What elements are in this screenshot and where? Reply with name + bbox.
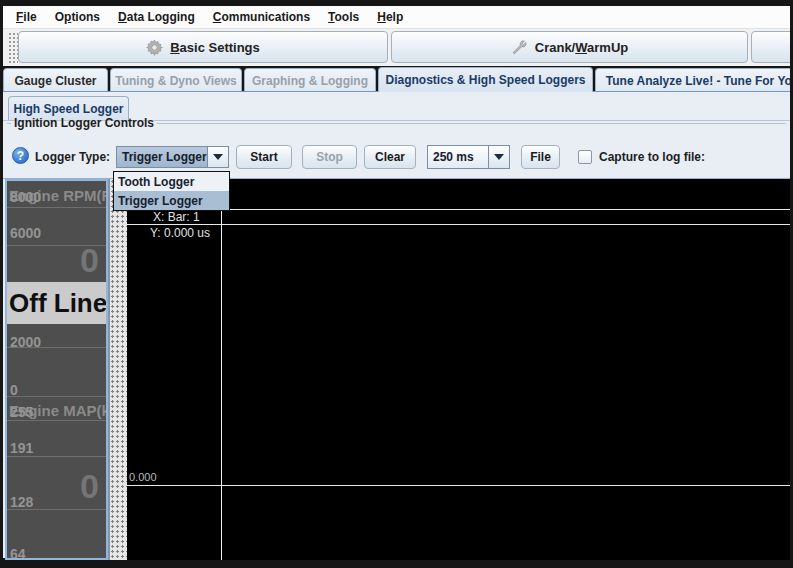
chevron-down-icon (213, 154, 223, 160)
basic-settings-button[interactable]: Basic Settings (18, 31, 388, 63)
start-button[interactable]: Start (236, 145, 292, 169)
interval-dropdown-button[interactable] (489, 145, 510, 169)
map-tick: 64 (10, 546, 26, 560)
toolbar-drag-handle[interactable] (8, 32, 18, 63)
map-tick-line (7, 420, 106, 421)
gauge-sidebar[interactable]: Engine RPM(RPM) 8000 6000 0 4000 Off Lin… (5, 179, 108, 560)
chart-readout-x: X: Bar: 1 (153, 210, 200, 224)
main-tab-bar: Gauge Cluster Tuning & Dyno Views Graphi… (3, 67, 790, 92)
stop-button: Stop (302, 145, 357, 169)
rpm-tick-line (7, 207, 106, 208)
menu-file[interactable]: File (7, 10, 46, 24)
option-trigger-logger[interactable]: Trigger Logger (114, 191, 229, 210)
tab-tuning-dyno-views[interactable]: Tuning & Dyno Views (110, 68, 242, 92)
help-icon[interactable]: ? (12, 147, 29, 164)
tab-tune-analyze-live[interactable]: Tune Analyze Live! - Tune For You (595, 68, 790, 92)
crank-warmup-button[interactable]: Crank/WarmUp (391, 31, 748, 63)
rpm-tick-line (7, 347, 106, 348)
map-tick-line (7, 509, 106, 510)
map-value: 0 (80, 469, 99, 503)
option-tooth-logger[interactable]: Tooth Logger (114, 172, 229, 191)
diagnostics-content: High Speed Logger Ignition Logger Contro… (3, 91, 790, 558)
toolbar-button-partial[interactable] (751, 31, 790, 63)
logger-split-area: Engine RPM(RPM) 8000 6000 0 4000 Off Lin… (3, 178, 790, 559)
toolbar: Basic Settings Crank/WarmUp (3, 29, 790, 66)
interval-value[interactable]: 250 ms (427, 145, 489, 169)
logger-type-value[interactable]: Trigger Logger (116, 146, 208, 168)
menu-tools[interactable]: Tools (319, 10, 368, 24)
chart-cursor-vline (221, 209, 222, 560)
basic-settings-label: Basic Settings (170, 40, 260, 55)
map-tick: 255 (10, 404, 33, 420)
splitter-divider[interactable] (108, 179, 127, 560)
app-window: File Options Data Logging Communications… (0, 0, 793, 568)
chart-header-line (127, 224, 790, 225)
offline-status-badge: Off Line (7, 282, 106, 324)
capture-to-log-checkbox[interactable] (578, 150, 592, 164)
logger-type-dropdown-list: Tooth Logger Trigger Logger (113, 171, 230, 211)
logger-type-combo[interactable]: Trigger Logger (116, 146, 229, 168)
file-button[interactable]: File (521, 145, 560, 169)
rpm-tick: 8000 (10, 189, 41, 205)
menu-help[interactable]: Help (368, 10, 412, 24)
rpm-tick: 6000 (10, 225, 41, 241)
map-tick: 128 (10, 494, 33, 510)
menu-bar: File Options Data Logging Communications… (3, 6, 790, 29)
logger-type-label: Logger Type: (35, 150, 110, 164)
wrench-icon (511, 39, 528, 56)
panel-title: Ignition Logger Controls (11, 116, 157, 130)
crank-warmup-label: Crank/WarmUp (535, 40, 628, 55)
logger-type-dropdown-button[interactable] (208, 146, 229, 168)
map-tick-line (7, 456, 106, 457)
interval-combo[interactable]: 250 ms (427, 145, 510, 169)
gear-icon (146, 39, 163, 56)
map-tick: 191 (10, 440, 33, 456)
menu-options[interactable]: Options (46, 10, 109, 24)
chart-baseline (127, 485, 790, 486)
chevron-down-icon (494, 154, 504, 160)
menu-communications[interactable]: Communications (204, 10, 319, 24)
chart-readout-y: Y: 0.000 us (150, 226, 210, 240)
tab-diagnostics-high-speed-loggers[interactable]: Diagnostics & High Speed Loggers (378, 67, 593, 92)
rpm-tick-line (7, 396, 106, 397)
tab-graphing-logging[interactable]: Graphing & Logging (244, 68, 376, 92)
logger-chart[interactable]: X: Bar: 1 Y: 0.000 us 0.000 (127, 179, 790, 560)
capture-to-log-label: Capture to log file: (599, 150, 705, 164)
rpm-value: 0 (80, 243, 99, 277)
menu-data-logging[interactable]: Data Logging (109, 10, 204, 24)
clear-button[interactable]: Clear (364, 145, 416, 169)
tab-gauge-cluster[interactable]: Gauge Cluster (3, 68, 108, 92)
chart-baseline-label: 0.000 (129, 471, 157, 483)
ignition-logger-controls-panel: Ignition Logger Controls (7, 116, 786, 130)
